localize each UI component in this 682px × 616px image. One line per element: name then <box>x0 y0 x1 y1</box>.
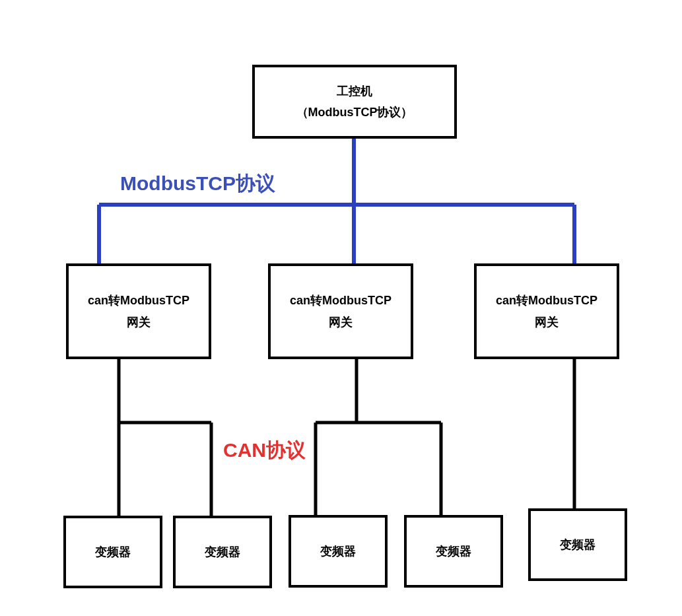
label-modbustcp: ModbusTCP协议 <box>120 170 275 197</box>
inverter-label: 变频器 <box>320 543 356 559</box>
gateway-line1: can转ModbusTCP <box>88 290 189 311</box>
node-ipc: 工控机 （ModbusTCP协议） <box>252 65 457 139</box>
label-can: CAN协议 <box>223 437 306 464</box>
inverter-label: 变频器 <box>436 543 471 559</box>
inverter-label: 变频器 <box>95 544 131 560</box>
node-inverter-1: 变频器 <box>63 516 162 588</box>
node-inverter-3: 变频器 <box>289 515 388 588</box>
node-inverter-5: 变频器 <box>528 508 627 581</box>
diagram-canvas: 工控机 （ModbusTCP协议） ModbusTCP协议 CAN协议 can转… <box>0 0 682 616</box>
node-gateway-1: can转ModbusTCP 网关 <box>66 263 211 359</box>
node-gateway-2: can转ModbusTCP 网关 <box>268 263 413 359</box>
node-gateway-3: can转ModbusTCP 网关 <box>474 263 619 359</box>
gateway-line1: can转ModbusTCP <box>290 290 392 311</box>
inverter-label: 变频器 <box>560 537 596 553</box>
gateway-line2: 网关 <box>535 312 559 333</box>
node-inverter-2: 变频器 <box>173 516 272 588</box>
gateway-line1: can转ModbusTCP <box>496 290 597 311</box>
gateway-line2: 网关 <box>329 312 353 333</box>
node-inverter-4: 变频器 <box>404 515 503 588</box>
inverter-label: 变频器 <box>205 544 240 560</box>
gateway-line2: 网关 <box>127 312 151 333</box>
node-ipc-line2: （ModbusTCP协议） <box>296 102 413 123</box>
node-ipc-line1: 工控机 <box>337 81 372 102</box>
